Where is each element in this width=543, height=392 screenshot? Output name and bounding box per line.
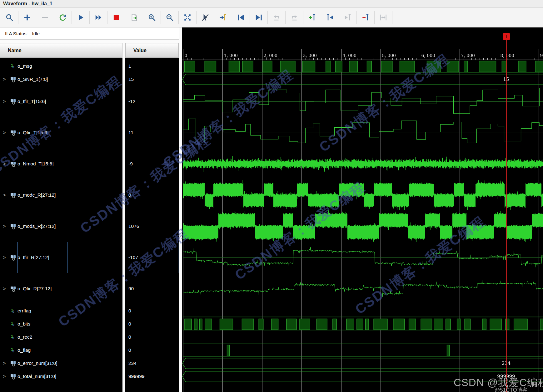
signal-value-o-qfir-r-27-12[interactable]: 90 <box>125 273 179 304</box>
zoom-fit-button[interactable] <box>179 10 196 25</box>
snap-off-button[interactable] <box>197 10 213 25</box>
expand-chevron[interactable]: > <box>3 361 6 366</box>
signal-row-errflag[interactable]: 10errflag <box>0 304 122 317</box>
signal-name: o_flag <box>17 347 31 353</box>
signal-row-o-error-num-31-0[interactable]: >o_error_num[31:0] <box>0 357 122 370</box>
signal-row-o-msg[interactable]: 10o_msg <box>0 60 122 73</box>
signal-name: o_bits <box>17 321 30 327</box>
signal-name: errflag <box>17 308 31 314</box>
name-column-header: Name <box>0 43 122 58</box>
signal-value-o-flag[interactable]: 0 <box>125 344 179 357</box>
export-data-icon <box>130 13 138 22</box>
window-titlebar: Waveform - hw_ila_1 <box>0 0 543 8</box>
signal-value-o-error-num-31-0[interactable]: 234 <box>125 357 179 370</box>
previous-window-icon <box>272 13 281 22</box>
signal-value-o-qfir-t-15-6[interactable]: 11 <box>125 117 179 148</box>
signal-name: o_Nmod_T[15:6] <box>17 161 53 167</box>
scalar-signal-icon: 10 <box>10 347 16 353</box>
goto-end-button[interactable] <box>251 10 267 25</box>
signal-row-o-mods-r-27-12[interactable]: >o_mods_R[27:12] <box>0 211 122 242</box>
next-window-button[interactable] <box>286 10 302 25</box>
signal-value-errflag[interactable]: 0 <box>125 304 179 317</box>
previous-marker-icon <box>326 13 334 22</box>
zoom-in-icon <box>148 13 156 22</box>
bus-signal-icon <box>10 99 16 104</box>
restart-trigger-button[interactable] <box>55 10 71 25</box>
expand-chevron[interactable]: > <box>3 161 6 166</box>
goto-start-button[interactable] <box>233 10 249 25</box>
restart-trigger-icon <box>59 13 67 22</box>
bus-signal-icon <box>10 161 16 166</box>
signal-row-o-bits[interactable]: 10o_bits <box>0 317 122 331</box>
next-marker-button[interactable] <box>340 10 356 25</box>
signal-value-o-snr-1-7-0[interactable]: 15 <box>125 73 179 86</box>
bus-signal-icon <box>10 361 16 366</box>
waveform-canvas[interactable] <box>182 27 543 392</box>
expand-chevron[interactable]: > <box>3 224 6 229</box>
signal-row-o-ifir-t-15-6[interactable]: >o_Ifir_T[15:6] <box>0 86 122 117</box>
selected-name-outline <box>17 242 67 273</box>
measure-button[interactable] <box>375 10 391 25</box>
run-trigger-immediate-button[interactable] <box>90 10 107 25</box>
expand-chevron[interactable]: > <box>3 77 6 82</box>
signal-value-o-modc-r-27-12[interactable]: 0 <box>125 179 179 211</box>
signal-value-o-bits[interactable]: 0 <box>125 317 179 331</box>
expand-chevron[interactable]: > <box>3 374 6 379</box>
signal-row-o-modc-r-27-12[interactable]: >o_modc_R[27:12] <box>0 179 122 211</box>
toolbar-separator <box>267 11 268 24</box>
signal-row-o-qfir-r-27-12[interactable]: >o_Qfir_R[27:12] <box>0 273 122 304</box>
scalar-signal-icon: 10 <box>10 308 16 314</box>
add-button[interactable] <box>19 10 35 25</box>
remove-button[interactable] <box>37 10 53 25</box>
zoom-out-button[interactable] <box>162 10 178 25</box>
next-marker-icon <box>344 13 352 22</box>
waveform-window: Waveform - hw_ila_1 ILA Status: Idle Nam… <box>0 0 543 392</box>
toolbar <box>0 8 543 27</box>
search-icon <box>5 13 13 22</box>
delete-marker-icon <box>361 13 370 22</box>
toolbar-separator <box>392 11 392 24</box>
signal-value-text: 1076 <box>128 223 139 229</box>
signal-row-o-qfir-t-15-6[interactable]: >o_Qfir_T[15:6] <box>0 117 122 148</box>
toolbar-separator <box>303 11 303 24</box>
bus-signal-icon <box>10 77 16 82</box>
previous-marker-button[interactable] <box>322 10 338 25</box>
toolbar-separator <box>89 11 90 24</box>
signal-value-o-nmod-t-15-6[interactable]: -9 <box>125 148 179 179</box>
signal-row-o-total-num-31-0[interactable]: >o_total_num[31:0] <box>0 370 122 383</box>
expand-chevron[interactable]: > <box>3 99 6 104</box>
search-button[interactable] <box>1 10 17 25</box>
goto-trigger-button[interactable] <box>215 10 231 25</box>
stop-trigger-button[interactable] <box>108 10 124 25</box>
toolbar-separator <box>36 11 36 24</box>
expand-chevron[interactable]: > <box>3 193 6 198</box>
goto-trigger-icon <box>219 13 227 22</box>
signal-row-o-snr-1-7-0[interactable]: >o_SNR_1[7:0] <box>0 73 122 86</box>
signal-row-o-nmod-t-15-6[interactable]: >o_Nmod_T[15:6] <box>0 148 122 179</box>
signal-value-o-total-num-31-0[interactable]: 999999 <box>125 370 179 383</box>
export-data-button[interactable] <box>126 10 142 25</box>
zoom-fit-icon <box>183 13 192 22</box>
add-marker-button[interactable] <box>304 10 320 25</box>
zoom-in-button[interactable] <box>144 10 160 25</box>
value-column-header: Value <box>125 43 179 58</box>
run-trigger-button[interactable] <box>72 10 89 25</box>
signal-row-o-rec2[interactable]: 10o_rec2 <box>0 331 122 344</box>
signal-value-text: 15 <box>128 76 134 82</box>
expand-chevron[interactable]: > <box>3 130 6 135</box>
toolbar-separator <box>18 11 18 24</box>
signal-value-o-msg[interactable]: 1 <box>125 60 179 73</box>
expand-chevron[interactable]: > <box>3 286 6 291</box>
bus-signal-icon <box>10 130 16 135</box>
expand-chevron[interactable]: > <box>3 255 6 260</box>
delete-marker-button[interactable] <box>357 10 374 25</box>
signal-row-o-flag[interactable]: 10o_flag <box>0 344 122 357</box>
previous-window-button[interactable] <box>268 10 285 25</box>
toolbar-separator <box>125 11 125 24</box>
signal-value-text: 90 <box>128 286 134 292</box>
signal-value-o-mods-r-27-12[interactable]: 1076 <box>125 211 179 242</box>
signal-value-o-ifir-t-15-6[interactable]: -12 <box>125 86 179 117</box>
ila-status-label: ILA Status: <box>5 31 28 36</box>
signal-name: o_Qfir_R[27:12] <box>17 286 52 292</box>
signal-value-o-rec2[interactable]: 0 <box>125 331 179 344</box>
